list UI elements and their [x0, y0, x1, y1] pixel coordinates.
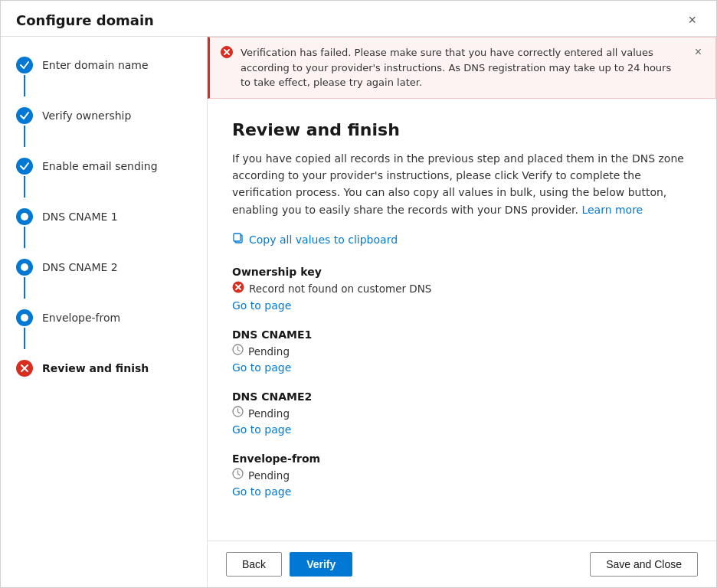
error-status-icon	[232, 281, 244, 296]
step-icon-enable-email	[16, 158, 33, 175]
step-icon-dns-cname-2	[16, 259, 33, 276]
record-title-dns-cname2: DNS CNAME2	[232, 390, 692, 403]
record-status-dns-cname1: Pending	[232, 344, 692, 358]
step-icon-envelope-from	[16, 309, 33, 326]
copy-all-values-label: Copy all values to clipboard	[249, 234, 398, 246]
verify-button[interactable]: Verify	[290, 552, 352, 577]
record-status-ownership: Record not found on customer DNS	[232, 281, 692, 296]
main-content: Verification has failed. Please make sur…	[208, 37, 716, 587]
record-status-envelope-from: Pending	[232, 468, 692, 482]
error-banner-close-button[interactable]: ×	[692, 45, 705, 59]
copy-all-values-link[interactable]: Copy all values to clipboard	[232, 232, 692, 247]
error-banner: Verification has failed. Please make sur…	[208, 37, 716, 99]
content-description: If you have copied all records in the pr…	[232, 150, 692, 219]
page-title: Review and finish	[232, 120, 692, 139]
step-label-envelope-from: Envelope-from	[42, 309, 120, 326]
step-icon-verify-ownership	[16, 107, 33, 124]
learn-more-link[interactable]: Learn more	[581, 204, 643, 216]
dialog-footer: Back Verify Save and Close	[208, 541, 716, 587]
step-icon-dns-cname-1	[16, 208, 33, 225]
back-button[interactable]: Back	[226, 552, 282, 577]
sidebar-item-dns-cname-1[interactable]: DNS CNAME 1	[1, 204, 207, 254]
step-label-dns-cname-1: DNS CNAME 1	[42, 208, 118, 225]
error-banner-icon	[221, 46, 233, 61]
step-label-enable-email: Enable email sending	[42, 158, 158, 175]
dialog-close-button[interactable]: ×	[683, 11, 701, 28]
step-line-4	[24, 227, 25, 248]
step-line-3	[24, 176, 25, 198]
error-banner-message: Verification has failed. Please make sur…	[241, 45, 684, 90]
sidebar-item-verify-ownership[interactable]: Verify ownership	[1, 103, 207, 153]
record-status-text-envelope-from: Pending	[248, 469, 290, 482]
copy-icon	[232, 232, 244, 247]
configure-domain-dialog: Configure domain × Enter domain name	[0, 0, 717, 588]
pending-status-icon-cname1	[232, 344, 244, 358]
record-title-dns-cname1: DNS CNAME1	[232, 328, 692, 341]
save-close-button[interactable]: Save and Close	[590, 552, 698, 577]
record-title-envelope-from: Envelope-from	[232, 452, 692, 465]
go-to-page-link-ownership[interactable]: Go to page	[232, 299, 291, 312]
step-label-review-finish: Review and finish	[42, 360, 149, 377]
step-line-2	[24, 126, 25, 147]
step-line-5	[24, 277, 25, 299]
go-to-page-link-envelope-from[interactable]: Go to page	[232, 485, 291, 498]
dialog-title: Configure domain	[16, 12, 154, 28]
step-icon-review-finish	[16, 360, 33, 377]
pending-status-icon-cname2	[232, 406, 244, 420]
record-ownership-key: Ownership key Record not found on custom…	[232, 266, 692, 312]
step-label-dns-cname-2: DNS CNAME 2	[42, 259, 118, 276]
sidebar-item-review-finish[interactable]: Review and finish	[1, 355, 207, 381]
record-status-text-dns-cname1: Pending	[248, 345, 290, 358]
step-label-enter-domain: Enter domain name	[42, 57, 149, 74]
record-status-text-dns-cname2: Pending	[248, 407, 290, 420]
go-to-page-link-dns-cname2[interactable]: Go to page	[232, 423, 291, 436]
svg-rect-6	[234, 234, 241, 241]
sidebar: Enter domain name Verify ownership	[1, 37, 208, 587]
record-status-dns-cname2: Pending	[232, 406, 692, 420]
footer-left-buttons: Back Verify	[226, 552, 352, 577]
record-dns-cname2: DNS CNAME2 Pending Go to page	[232, 390, 692, 436]
record-dns-cname1: DNS CNAME1 Pending Go to page	[232, 328, 692, 374]
record-status-text-ownership: Record not found on customer DNS	[249, 283, 431, 295]
sidebar-item-envelope-from[interactable]: Envelope-from	[1, 305, 207, 355]
record-envelope-from: Envelope-from Pending Go to page	[232, 452, 692, 498]
sidebar-item-dns-cname-2[interactable]: DNS CNAME 2	[1, 254, 207, 305]
step-line-6	[24, 328, 25, 349]
step-line-1	[24, 75, 25, 96]
pending-status-icon-envelope	[232, 468, 244, 482]
dialog-body: Enter domain name Verify ownership	[1, 37, 716, 587]
dialog-header: Configure domain ×	[1, 1, 716, 37]
content-area: Review and finish If you have copied all…	[208, 99, 716, 541]
sidebar-item-enable-email[interactable]: Enable email sending	[1, 153, 207, 204]
sidebar-item-enter-domain[interactable]: Enter domain name	[1, 52, 207, 103]
step-label-verify-ownership: Verify ownership	[42, 107, 131, 124]
step-icon-enter-domain	[16, 57, 33, 74]
record-title-ownership: Ownership key	[232, 266, 692, 278]
go-to-page-link-dns-cname1[interactable]: Go to page	[232, 361, 291, 374]
